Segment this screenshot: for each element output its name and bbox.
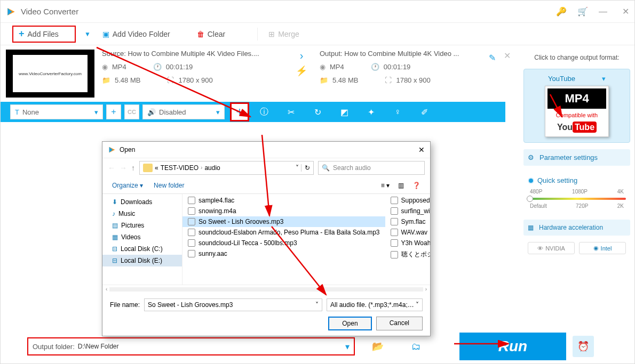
open-folder-button[interactable]: 📂 [372,341,384,352]
output-folder-select[interactable]: Output folder: D:\New Folder ▾ [27,337,355,355]
sidebar-item[interactable]: ⊟Local Disk (E:) [102,255,182,266]
format-icon: ◉ [102,63,108,71]
folder-icon: ▣ [102,30,109,38]
file-item[interactable]: 聴くとポジ [385,248,430,261]
output-format-heading: Click to change output format: [523,54,630,61]
file-item[interactable]: surfing_wit [385,206,430,216]
file-item[interactable]: soundcloud-Lil Tecca - 500lbs.mp3 [182,238,385,248]
filename-label: File name: [110,301,140,309]
chevron-down-icon: ▾ [602,75,606,83]
add-files-dropdown[interactable]: ▼ [84,30,91,38]
cut-icon[interactable]: ✂ [283,104,298,119]
file-item[interactable]: sample4.flac [182,195,385,206]
file-item[interactable]: Sym.flac [385,216,430,227]
sidebar-item[interactable]: ♪Music [102,208,182,220]
output-folder-path: D:\New Folder [78,343,342,350]
run-button[interactable]: Run [459,333,566,360]
add-files-button[interactable]: + Add Files [12,26,76,43]
key-icon[interactable]: 🔑 [556,6,567,17]
parameter-settings-button[interactable]: ⚙ Parameter settings [523,149,630,166]
sidebar-item[interactable]: ⊟Local Disk (C:) [102,243,182,255]
source-title: Source: How to Combine Multiple 4K Video… [102,50,283,58]
clear-button[interactable]: 🗑 Clear [197,30,225,38]
quality-slider[interactable] [528,198,626,200]
schedule-button[interactable]: ⏰ [573,336,594,357]
help-button[interactable]: ❓ [412,182,420,189]
resolution-icon: ⛶ [385,76,392,84]
filename-input[interactable]: So Sweet - Lish Grooves.mp3˅ [144,298,322,311]
folder-icon [143,164,153,172]
scroll-right[interactable]: › [425,286,427,292]
effects-icon[interactable]: ✦ [363,104,378,119]
quick-setting-section: Quick setting 480P 1080P 4K Default 720P… [523,172,630,213]
format-mp4-label: MP4 [547,88,606,109]
scroll-left[interactable]: ‹ [106,286,107,292]
watermark-icon[interactable]: ♀ [390,104,405,119]
add-folder-button[interactable]: ▣ Add Video Folder [102,30,170,38]
dialog-close-button[interactable]: ✕ [418,145,425,154]
bolt-icon: ⚡ [296,65,307,77]
video-thumbnail[interactable]: www.VideoConverterFactory.com [6,50,94,98]
format-icon: ◉ [320,63,326,71]
audio-select[interactable]: 🔊 Disabled ▾ [142,104,225,119]
close-button[interactable]: ✕ [622,6,629,17]
info-icon[interactable]: ⓘ [257,104,272,119]
out-size: 5.48 MB [332,76,358,84]
intel-chip[interactable]: ◉Intel [579,242,626,254]
file-type-filter[interactable]: All audio file. (*.mp3;*.m4a;*.wav)˅ [327,298,423,311]
file-item[interactable]: WAV.wav [385,227,430,238]
file-item[interactable]: sunny.aac [182,248,385,259]
search-input[interactable]: 🔍 Search audio [318,161,425,175]
file-item[interactable]: soundcloud-Eslabon Armado, Peso Pluma - … [182,227,385,238]
add-audio-button[interactable]: + [230,102,249,122]
output-format-button[interactable]: YouTube ▾ MP4 Compatible with YouTube [523,69,630,143]
sidebar-item[interactable]: ⬇Downloads [102,196,182,208]
minimize-button[interactable]: — [599,7,607,17]
nvidia-icon: 👁 [537,245,543,252]
organize-button[interactable]: Organize ▾ [112,182,143,189]
app-logo-icon [108,145,116,154]
app-title: Video Converter [21,7,556,16]
svg-marker-3 [109,147,113,153]
hardware-accel-button[interactable]: ▦ Hardware acceleration [523,220,630,236]
add-subtitle-button[interactable]: + [106,104,121,119]
edit-output-button[interactable]: ✎ [489,53,496,63]
file-item[interactable]: snowing.m4a [182,206,385,216]
out-res: 1780 x 900 [396,76,430,84]
open-button[interactable]: Open [328,317,371,330]
slider-label: 480P [530,189,542,195]
subtitle-select[interactable]: T None ▾ [10,104,103,119]
out-format: MP4 [330,63,344,71]
refresh-button[interactable]: ↻ [301,164,310,172]
breadcrumb-segment[interactable]: audio [204,164,220,172]
nvidia-chip[interactable]: 👁NVIDIA [528,242,575,254]
preview-button[interactable]: ▥ [398,182,404,189]
cart-icon[interactable]: 🛒 [577,6,588,17]
nav-forward-button[interactable]: → [120,164,127,172]
cc-button[interactable]: CC [124,104,139,119]
rotate-icon[interactable]: ↻ [310,104,325,119]
main-toolbar: + Add Files ▼ ▣ Add Video Folder 🗑 Clear… [1,23,634,45]
browse-folder-button[interactable]: 🗂 [411,341,421,352]
file-item[interactable]: Supposed [385,195,430,206]
remove-file-button[interactable]: ✕ [504,51,511,61]
crop-icon[interactable]: ◩ [337,104,352,119]
view-button[interactable]: ≡ ▾ [381,182,390,189]
chevron-down-icon: ▾ [345,342,350,352]
cancel-button[interactable]: Cancel [376,317,423,330]
nav-up-button[interactable]: ↑ [131,164,135,172]
file-item[interactable]: Y3h Woah! [385,238,430,248]
out-duration: 00:01:19 [384,63,411,71]
sidebar-item[interactable]: ▤Pictures [102,220,182,231]
output-title: Output: How to Combine Multiple 4K Video… [320,50,480,58]
file-item[interactable]: So Sweet - Lish Grooves.mp3 [182,216,385,227]
file-list: sample4.flacsnowing.m4aSo Sweet - Lish G… [182,194,430,285]
add-folder-label: Add Video Folder [113,30,170,38]
nav-back-button[interactable]: ← [108,164,115,172]
new-folder-button[interactable]: New folder [154,182,184,189]
edit-icon[interactable]: ✐ [417,104,432,119]
scrollbar[interactable] [109,287,423,292]
breadcrumb[interactable]: « TEST-VIDEO › audio ˅ ↻ [139,161,314,175]
breadcrumb-segment[interactable]: TEST-VIDEO [161,164,199,172]
sidebar-item[interactable]: ▦Videos [102,231,182,243]
